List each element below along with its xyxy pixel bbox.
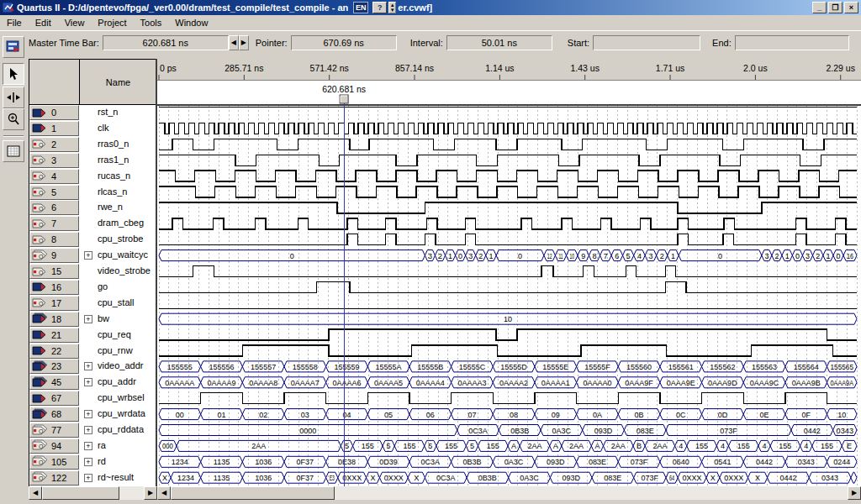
signal-name[interactable]: rd [98,456,106,466]
signal-name[interactable]: clk [98,123,108,133]
start-field[interactable] [593,35,700,50]
signal-id-button[interactable]: O122 [29,470,79,486]
signal-id-button[interactable]: 67 [29,391,79,406]
signal-row-cpu_stall[interactable]: O17cpu_stall [29,296,157,312]
signal-name[interactable]: cpu_waitcyc [98,249,148,260]
selection-tool-button[interactable] [3,63,24,85]
expand-toggle[interactable]: + [84,362,92,370]
expand-toggle[interactable]: + [84,426,92,434]
scroll-right-arrow[interactable]: ▶ [144,486,157,500]
signal-id-button[interactable]: O2 [29,137,79,152]
signal-name[interactable]: cpu_wrbsel [98,392,145,402]
signal-row-rucas_n[interactable]: O4rucas_n [29,169,157,185]
scrollbar-thumb[interactable] [171,486,335,500]
name-panel-hscrollbar[interactable]: ◀ ▶ [29,486,157,500]
expand-toggle[interactable]: + [84,378,92,386]
signal-row-rd[interactable]: O105+rd [29,454,157,470]
signal-id-button[interactable]: O3 [29,153,79,168]
scrollbar-track[interactable] [335,486,848,500]
waveform-row-cpu_strobe[interactable] [159,234,857,245]
report-button[interactable] [3,36,24,58]
signal-name[interactable]: dram_cbeg [98,218,144,228]
full-screen-button[interactable] [3,140,24,162]
master-time-bar-field[interactable]: 620.681 ns [103,35,229,50]
signal-id-button[interactable]: 21 [29,328,79,343]
end-field[interactable] [735,35,849,50]
signal-id-button[interactable]: 68 [29,407,79,422]
menu-view[interactable]: View [58,16,92,29]
signal-id-button[interactable]: 45 [29,375,79,390]
language-bar-grip[interactable]: ▲▼ [388,2,396,13]
signal-row-video_strobe[interactable]: O15video_strobe [29,264,157,280]
scroll-left-arrow[interactable]: ◀ [29,486,42,500]
scrollbar-thumb[interactable] [42,486,119,500]
signal-id-button[interactable]: O6 [29,200,79,215]
waveform-row-cpu_waitcyc[interactable]: 03210321012111098765432103210321016 [159,250,857,261]
menu-window[interactable]: Window [168,16,214,29]
menu-edit[interactable]: Edit [29,16,58,29]
waveform-row-cpu_req[interactable] [159,329,857,340]
signal-id-button[interactable]: O17 [29,296,79,311]
waveform-hscrollbar[interactable]: ◀ ▶ [157,486,861,500]
signal-row-rwe_n[interactable]: O6rwe_n [29,200,157,216]
signal-row-go[interactable]: 16go [29,280,157,296]
signal-name[interactable]: ra [98,440,106,450]
expand-toggle[interactable]: + [84,442,92,450]
signal-name[interactable]: cpu_req [98,329,131,339]
signal-id-button[interactable]: 0 [29,105,79,120]
language-badge[interactable]: EN [353,2,368,13]
signal-id-button[interactable]: 18 [29,312,79,327]
signal-id-button[interactable]: 23 [29,359,79,374]
signal-row-cpu_rddata[interactable]: O77+cpu_rddata [29,423,157,438]
waveform-row-cpu_wrbsel[interactable] [159,393,857,404]
signal-row-cpu_req[interactable]: 21cpu_req [29,328,157,344]
signal-row-rras0_n[interactable]: O2rras0_n [29,137,157,153]
waveform-row-bw[interactable]: 10 [159,313,857,324]
signal-name[interactable]: rras0_n [98,139,129,149]
signal-row-rd~result[interactable]: O122+rd~result [29,470,157,486]
menu-project[interactable]: Project [91,16,133,29]
waveform-row-rd[interactable]: 1234113510360F370E380D390C3A0B3B0A3C093D… [159,456,857,467]
signal-name[interactable]: cpu_strobe [98,234,143,244]
signal-id-button[interactable]: O94 [29,438,79,454]
signal-row-cpu_strobe[interactable]: O8cpu_strobe [29,232,157,248]
signal-row-cpu_addr[interactable]: 45+cpu_addr [29,375,157,391]
signal-row-cpu_waitcyc[interactable]: O9+cpu_waitcyc [29,248,157,264]
signal-name[interactable]: rd~result [98,472,134,482]
signal-name[interactable]: cpu_rnw [98,345,133,355]
signal-name[interactable]: cpu_addr [98,376,136,386]
master-time-spin-right[interactable]: ▶ [239,35,249,50]
signal-name[interactable]: bw [98,313,109,323]
waveform-row-cpu_addr[interactable]: 0AAAAA0AAAA90AAAA80AAAA70AAAA60AAAA50AAA… [159,377,857,388]
menu-tools[interactable]: Tools [134,16,169,29]
close-button[interactable]: × [844,2,858,13]
waveform-row-rucas_n[interactable] [159,171,857,181]
minimize-button[interactable]: _ [812,2,827,13]
expand-toggle[interactable]: + [84,315,92,323]
expand-toggle[interactable]: + [84,474,92,482]
signal-name[interactable]: video_addr [98,360,143,370]
restore-button[interactable]: ❐ [828,2,843,13]
signal-row-cpu_wrbsel[interactable]: 67cpu_wrbsel [29,391,157,407]
signal-row-rras1_n[interactable]: O3rras1_n [29,153,157,169]
signal-id-button[interactable]: O7 [29,216,79,231]
signal-name[interactable]: rlcas_n [98,186,127,197]
waveform-row-rlcas_n[interactable] [159,186,857,197]
signal-id-button[interactable]: O8 [29,232,79,247]
help-button[interactable]: ? [372,2,387,13]
master-time-bar-handle[interactable] [340,95,348,103]
signal-name[interactable]: go [98,281,108,291]
menu-file[interactable]: File [0,16,29,29]
waveform-panel[interactable]: 0 ps285.71 ns571.42 ns857.14 ns1.14 us1.… [156,59,861,486]
signal-id-button[interactable]: O9 [29,248,79,263]
signal-id-button[interactable]: 1 [29,121,79,136]
waveform-row-video_addr[interactable]: 15555515555615555715555815555915555A1555… [159,361,857,372]
waveform-canvas[interactable]: 0 ps285.71 ns571.42 ns857.14 ns1.14 us1.… [157,59,861,486]
expand-toggle[interactable]: + [84,410,92,418]
master-time-spin-left[interactable]: ◀ [229,35,239,50]
signal-name[interactable]: rwe_n [98,202,123,212]
signal-name[interactable]: cpu_wrdata [98,408,145,418]
signal-id-button[interactable]: O5 [29,185,79,200]
signal-row-dram_cbeg[interactable]: O7dram_cbeg [29,216,157,232]
signal-name[interactable]: cpu_stall [98,297,134,307]
